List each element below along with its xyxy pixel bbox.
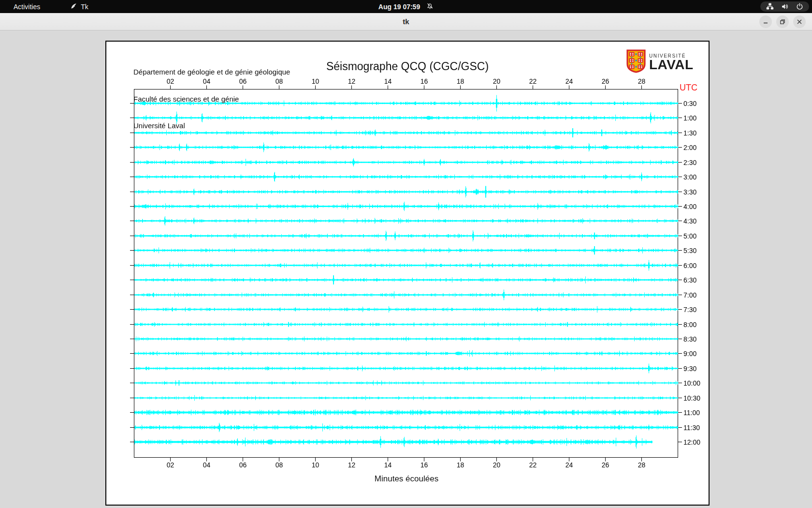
tk-feather-icon xyxy=(70,2,77,11)
desktop: { "top_bar": { "activities_label": "Acti… xyxy=(0,0,812,508)
window-title-bar[interactable]: tk xyxy=(0,13,812,30)
system-status-area[interactable] xyxy=(760,1,809,12)
utc-axis-label: UTC xyxy=(680,83,697,93)
x-axis-title: Minutes écoulées xyxy=(106,474,707,484)
maximize-button[interactable] xyxy=(776,15,789,28)
chart-title: Séismographe QCQ (CGC/GSC) xyxy=(106,60,709,73)
activities-button[interactable]: Activities xyxy=(14,3,40,11)
seismograph-frame: Département de géologie et de génie géol… xyxy=(105,41,710,506)
close-button[interactable] xyxy=(793,15,806,28)
notifications-muted-icon xyxy=(426,2,434,11)
universite-laval-logo: UNIVERSITÉ LAVAL xyxy=(626,49,694,75)
gnome-top-bar: Activities Tk Aug 19 07:59 xyxy=(0,0,812,13)
minimize-button[interactable] xyxy=(759,15,772,28)
app-indicator[interactable]: Tk xyxy=(70,2,88,11)
header-line-3: Université Laval xyxy=(133,121,290,131)
power-icon xyxy=(796,3,803,10)
laval-shield-icon xyxy=(626,49,646,75)
volume-icon xyxy=(781,3,789,10)
header-line-2: Faculté des sciences et de génie xyxy=(133,95,290,104)
network-wired-icon xyxy=(766,3,774,10)
app-indicator-label: Tk xyxy=(81,3,88,11)
logo-laval-text: LAVAL xyxy=(649,59,694,71)
window-title: tk xyxy=(0,13,812,30)
clock[interactable]: Aug 19 07:59 xyxy=(378,3,420,11)
